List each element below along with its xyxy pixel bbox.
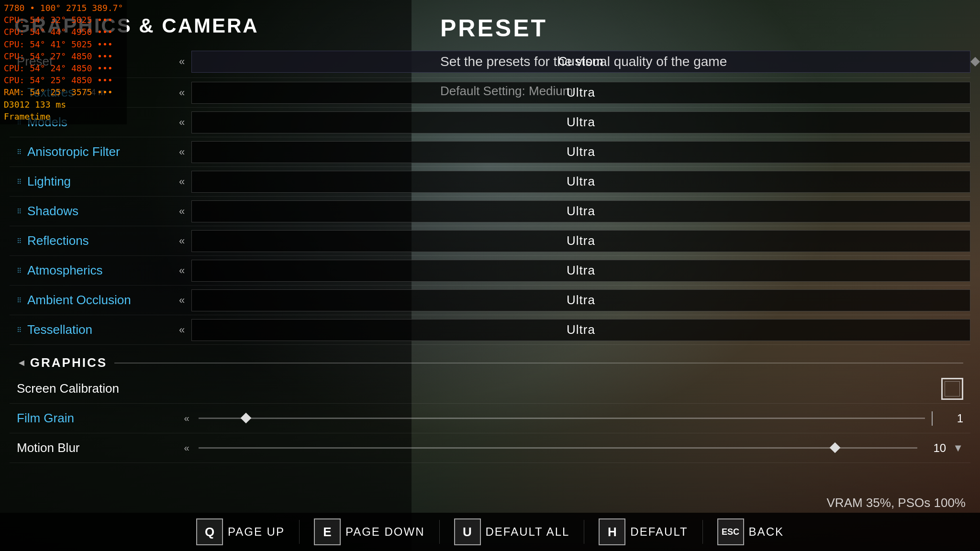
separator-4: [702, 520, 703, 544]
page-down-key: E: [314, 518, 341, 545]
back-label: BACK: [749, 525, 784, 539]
setting-label-screen-calibration: Screen Calibration: [17, 381, 179, 396]
setting-row-lighting: ⠿ Lighting « Ultra: [10, 167, 970, 197]
shadows-arrow-left[interactable]: «: [172, 205, 191, 218]
setting-row-screen-calibration: Screen Calibration: [10, 374, 970, 404]
motion-blur-slider-container: « 10 ▼: [179, 441, 963, 455]
setting-row-film-grain: Film Grain « 1: [10, 404, 970, 433]
graphics-section-header-row: ◄ GRAPHICS: [10, 349, 970, 374]
debug-line-2: CPU: 54° 32° 5025 •••: [4, 14, 123, 26]
motion-blur-thumb[interactable]: [830, 442, 841, 453]
debug-line-5: CPU: 54° 27° 4850 •••: [4, 50, 123, 62]
setting-row-reflections: ⠿ Reflections « Ultra: [10, 226, 970, 256]
reflections-value[interactable]: Ultra: [191, 230, 970, 252]
separator-1: [299, 520, 300, 544]
film-grain-thumb[interactable]: [241, 413, 252, 424]
anisotropic-value[interactable]: Ultra: [191, 141, 970, 163]
calibration-icon: [941, 378, 963, 400]
bottom-bar: Q PAGE UP E PAGE DOWN U DEFAULT ALL H DE…: [0, 513, 980, 551]
setting-label-anisotropic: ⠿ Anisotropic Filter: [10, 144, 172, 159]
tessellation-value[interactable]: Ultra: [191, 319, 970, 341]
page-down-button[interactable]: E PAGE DOWN: [314, 518, 425, 545]
shadows-value[interactable]: Ultra: [191, 200, 970, 222]
film-grain-track[interactable]: [199, 418, 925, 419]
setting-label-ambient-occlusion: ⠿ Ambient Occlusion: [10, 293, 172, 308]
textures-arrow-left[interactable]: «: [172, 87, 191, 99]
separator-3: [584, 520, 584, 544]
ambient-occlusion-arrow-left[interactable]: «: [172, 294, 191, 307]
graphics-divider: [114, 363, 963, 364]
debug-line-8: RAM: 54° 25° 3575 •••: [4, 86, 123, 98]
setting-label-atmospherics: ⠿ Atmospherics: [10, 263, 172, 278]
anisotropic-arrow-left[interactable]: «: [172, 146, 191, 158]
settings-container: Preset « Custom ⠿ Textures 7.4 m « Ultra…: [10, 45, 970, 463]
motion-blur-down-arrow: ▼: [953, 442, 963, 454]
motion-blur-value: 10: [922, 441, 946, 455]
lighting-arrow-left[interactable]: «: [172, 176, 191, 188]
setting-row-tessellation: ⠿ Tessellation « Ultra: [10, 315, 970, 345]
setting-row-motion-blur: Motion Blur « 10 ▼: [10, 433, 970, 463]
film-grain-arrow-left[interactable]: «: [179, 413, 194, 424]
debug-overlay: 7780 • 100° 2715 389.7° CPU: 54° 32° 502…: [0, 0, 127, 124]
back-key: ESC: [717, 518, 744, 545]
setting-row-anisotropic: ⠿ Anisotropic Filter « Ultra: [10, 137, 970, 167]
setting-label-reflections: ⠿ Reflections: [10, 233, 172, 248]
atmospherics-value[interactable]: Ultra: [191, 260, 970, 282]
setting-label-motion-blur: Motion Blur: [17, 441, 179, 455]
default-all-key: U: [454, 518, 481, 545]
models-value[interactable]: Ultra: [191, 111, 970, 133]
default-button[interactable]: H DEFAULT: [599, 518, 688, 545]
back-button[interactable]: ESC BACK: [717, 518, 784, 545]
ambient-occlusion-value[interactable]: Ultra: [191, 289, 970, 311]
preset-arrow-left[interactable]: «: [172, 55, 191, 68]
setting-label-lighting: ⠿ Lighting: [10, 174, 172, 189]
atmospherics-arrow-left[interactable]: «: [172, 264, 191, 277]
reflections-arrow-left[interactable]: «: [172, 235, 191, 247]
setting-label-tessellation: ⠿ Tessellation: [10, 322, 172, 337]
film-grain-slider-container: « 1: [179, 411, 963, 426]
default-all-label: DEFAULT ALL: [486, 525, 570, 539]
debug-line-4: CPU: 54° 41° 5025 •••: [4, 38, 123, 50]
debug-line-10: Frametime: [4, 110, 123, 122]
tessellation-arrow-left[interactable]: «: [172, 324, 191, 336]
page-up-button[interactable]: Q PAGE UP: [196, 518, 285, 545]
debug-line-6: CPU: 54° 24° 4850 •••: [4, 62, 123, 74]
graphics-arrow-icon: ◄: [17, 357, 26, 368]
graphics-section-title: GRAPHICS: [30, 355, 107, 370]
debug-line-7: CPU: 54° 25° 4850 •••: [4, 74, 123, 86]
page-up-label: PAGE UP: [228, 525, 285, 539]
vram-info: VRAM 35%, PSOs 100%: [827, 496, 966, 510]
separator-2: [439, 520, 440, 544]
setting-row-shadows: ⠿ Shadows « Ultra: [10, 197, 970, 226]
motion-blur-arrow-left[interactable]: «: [179, 442, 194, 453]
right-panel-title: PRESET: [440, 14, 966, 42]
page-up-key: Q: [196, 518, 223, 545]
models-arrow-left[interactable]: «: [172, 116, 191, 129]
setting-row-ambient-occlusion: ⠿ Ambient Occlusion « Ultra: [10, 286, 970, 315]
lighting-value[interactable]: Ultra: [191, 171, 970, 193]
setting-label-film-grain: Film Grain: [17, 411, 179, 426]
motion-blur-track[interactable]: [199, 447, 917, 449]
setting-label-shadows: ⠿ Shadows: [10, 204, 172, 219]
debug-line-3: CPU: 54° 44° 4950 •••: [4, 26, 123, 38]
debug-line-9: D3012 133 ms: [4, 99, 123, 110]
default-all-button[interactable]: U DEFAULT ALL: [454, 518, 570, 545]
right-panel-default: Default Setting: Medium: [440, 84, 966, 99]
right-info-panel: PRESET Set the presets for the visual qu…: [440, 14, 966, 99]
film-grain-value: 1: [939, 412, 963, 425]
debug-line-1: 7780 • 100° 2715 389.7°: [4, 2, 123, 14]
right-panel-description: Set the presets for the visual quality o…: [440, 52, 966, 72]
setting-row-models: ⠿ Models « Ultra: [10, 108, 970, 137]
default-key: H: [599, 518, 625, 545]
page-down-label: PAGE DOWN: [345, 525, 425, 539]
setting-row-atmospherics: ⠿ Atmospherics « Ultra: [10, 256, 970, 286]
film-grain-arrow-right-indicator: [932, 411, 933, 426]
default-label: DEFAULT: [630, 525, 688, 539]
